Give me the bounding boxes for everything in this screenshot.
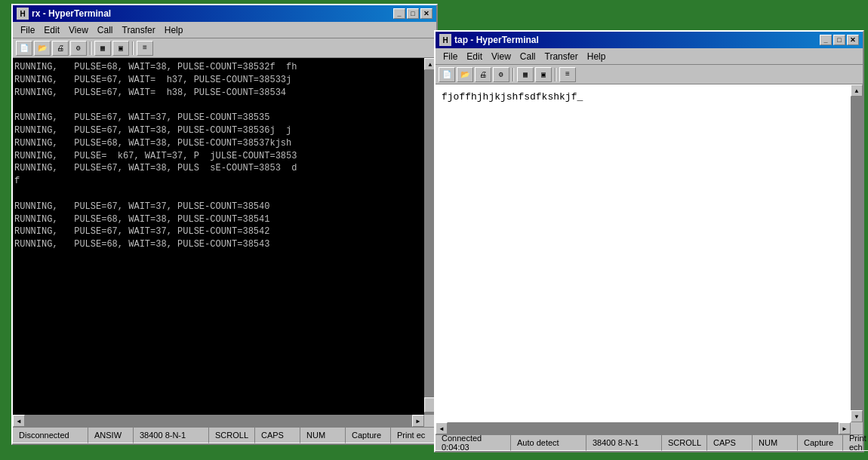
title-bar-tap: H tap - HyperTerminal _ □ ✕ bbox=[436, 32, 863, 48]
menu-file-tap[interactable]: File bbox=[439, 51, 462, 63]
scrollbar-v-tap[interactable]: ▲ ▼ bbox=[851, 84, 863, 422]
menu-view-tap[interactable]: View bbox=[487, 51, 516, 63]
app-icon-tap: H bbox=[439, 34, 451, 46]
status-capture-rx: Capture bbox=[346, 428, 391, 443]
toolbar-sep1-rx bbox=[90, 41, 91, 55]
scroll-track-h-rx bbox=[25, 415, 412, 427]
scroll-right-tap[interactable]: ▶ bbox=[839, 422, 851, 434]
status-print-rx: Print ec bbox=[391, 428, 436, 443]
status-encoding-rx: ANSIW bbox=[88, 428, 134, 443]
scroll-thumb-v-rx bbox=[424, 397, 435, 412]
term-line-14: RUNNING, PULSE=67, WAIT=37, PULSE-COUNT=… bbox=[14, 225, 423, 238]
status-connection-tap: Connected 0:04:03 bbox=[436, 435, 511, 451]
status-caps-tap: CAPS bbox=[707, 435, 753, 451]
window-tap[interactable]: H tap - HyperTerminal _ □ ✕ File Edit Vi… bbox=[434, 30, 864, 452]
term-line-9: RUNNING, PULSE=67, WAIT=38, PULS sE-COUN… bbox=[14, 162, 423, 175]
close-button-rx[interactable]: ✕ bbox=[420, 8, 432, 19]
toolbar-rx: 📄 📂 🖨 ⚙ ▦ ▣ ≡ bbox=[13, 38, 436, 58]
menu-bar-tap: File Edit View Call Transfer Help bbox=[436, 48, 863, 65]
status-bar-tap: Connected 0:04:03 Auto detect 38400 8-N-… bbox=[436, 434, 863, 451]
status-num-tap: NUM bbox=[753, 435, 798, 451]
toolbar-sep2-tap bbox=[555, 68, 556, 81]
menu-edit-tap[interactable]: Edit bbox=[462, 51, 487, 63]
term-line-12: RUNNING, PULSE=67, WAIT=37, PULSE-COUNT=… bbox=[14, 201, 423, 213]
scroll-right-rx[interactable]: ▶ bbox=[412, 415, 424, 427]
toolbar-sep1-tap bbox=[512, 68, 514, 81]
term-line-6: RUNNING, PULSE=67, WAIT=38, PULSE-COUNT=… bbox=[14, 124, 423, 137]
window-rx[interactable]: H rx - HyperTerminal _ □ ✕ File Edit Vie… bbox=[11, 4, 438, 445]
menu-call-rx[interactable]: Call bbox=[93, 24, 118, 36]
menu-edit-rx[interactable]: Edit bbox=[39, 24, 64, 36]
scrollbar-h-rx[interactable]: ◀ ▶ bbox=[13, 415, 424, 427]
scroll-down-tap[interactable]: ▼ bbox=[851, 410, 863, 422]
toolbar-open-tap[interactable]: 📂 bbox=[457, 67, 473, 82]
toolbar-print-rx[interactable]: 🖨 bbox=[52, 41, 69, 56]
terminal-content-tap[interactable]: fjoffhjhjkjshfsdfkshkjf_ bbox=[436, 84, 863, 434]
toolbar-print-tap[interactable]: 🖨 bbox=[475, 67, 491, 82]
minimize-button-rx[interactable]: _ bbox=[393, 8, 405, 19]
menu-view-rx[interactable]: View bbox=[64, 24, 93, 36]
toolbar-btn6-tap[interactable]: ▣ bbox=[535, 67, 552, 82]
status-bar-rx: Disconnected ANSIW 38400 8-N-1 SCROLL CA… bbox=[13, 427, 436, 443]
scroll-left-tap[interactable]: ◀ bbox=[436, 422, 448, 434]
toolbar-settings-tap[interactable]: ⚙ bbox=[493, 67, 509, 82]
terminal-wrapper-rx: RUNNING, PULSE=68, WAIT=38, PULSE-COUNT=… bbox=[13, 58, 436, 427]
toolbar-btn6-rx[interactable]: ▣ bbox=[112, 41, 129, 56]
app-icon-rx: H bbox=[17, 8, 29, 20]
toolbar-btn7-rx[interactable]: ≡ bbox=[137, 41, 153, 56]
window-controls-tap[interactable]: _ □ ✕ bbox=[820, 35, 859, 45]
status-encoding-tap: Auto detect bbox=[511, 435, 586, 451]
status-baud-rx: 38400 8-N-1 bbox=[134, 428, 209, 443]
term-line-15: RUNNING, PULSE=68, WAIT=38, PULSE-COUNT=… bbox=[14, 238, 423, 251]
term-line-5: RUNNING, PULSE=67, WAIT=37, PULSE-COUNT=… bbox=[14, 112, 423, 124]
toolbar-btn5-tap[interactable]: ▦ bbox=[517, 67, 534, 82]
term-line-3: RUNNING, PULSE=67, WAIT= h38, PULSE-COUN… bbox=[14, 87, 423, 100]
minimize-button-tap[interactable]: _ bbox=[820, 35, 832, 45]
status-connection-rx: Disconnected bbox=[13, 428, 88, 443]
status-caps-rx: CAPS bbox=[255, 428, 300, 443]
menu-help-rx[interactable]: Help bbox=[160, 24, 188, 36]
term-line-8: RUNNING, PULSE= k67, WAIT=37, P jULSE-CO… bbox=[14, 150, 423, 163]
term-line-11 bbox=[14, 188, 423, 201]
toolbar-new-rx[interactable]: 📄 bbox=[16, 41, 32, 56]
term-line-1: RUNNING, PULSE=68, WAIT=38, PULSE-COUNT=… bbox=[14, 61, 423, 74]
scroll-track-h-tap bbox=[448, 422, 839, 434]
toolbar-btn7-tap[interactable]: ≡ bbox=[559, 67, 576, 82]
scroll-left-rx[interactable]: ◀ bbox=[13, 415, 25, 427]
toolbar-open-rx[interactable]: 📂 bbox=[34, 41, 51, 56]
status-num-rx: NUM bbox=[300, 428, 346, 443]
menu-call-tap[interactable]: Call bbox=[516, 51, 540, 63]
term-line-10: f bbox=[14, 175, 423, 188]
toolbar-btn5-rx[interactable]: ▦ bbox=[94, 41, 111, 56]
term-line-7: RUNNING, PULSE=68, WAIT=38, PULSE-COUNT=… bbox=[14, 137, 423, 150]
toolbar-new-tap[interactable]: 📄 bbox=[439, 67, 455, 82]
menu-bar-rx: File Edit View Call Transfer Help bbox=[13, 22, 436, 38]
maximize-button-tap[interactable]: □ bbox=[833, 35, 845, 45]
title-bar-rx: H rx - HyperTerminal _ □ ✕ bbox=[13, 5, 436, 22]
status-scroll-tap: SCROLL bbox=[662, 435, 707, 451]
toolbar-sep2-rx bbox=[132, 41, 134, 55]
close-button-tap[interactable]: ✕ bbox=[847, 35, 859, 45]
status-print-tap: Print ech bbox=[843, 435, 868, 451]
term-line-13: RUNNING, PULSE=68, WAIT=38, PULSE-COUNT=… bbox=[14, 213, 423, 226]
window-controls-rx[interactable]: _ □ ✕ bbox=[393, 8, 432, 19]
menu-file-rx[interactable]: File bbox=[16, 24, 39, 36]
scrollbar-h-tap[interactable]: ◀ ▶ bbox=[436, 422, 851, 434]
menu-transfer-rx[interactable]: Transfer bbox=[118, 24, 160, 36]
scroll-up-tap[interactable]: ▲ bbox=[851, 84, 863, 97]
toolbar-tap: 📄 📂 🖨 ⚙ ▦ ▣ ≡ bbox=[436, 65, 863, 84]
menu-transfer-tap[interactable]: Transfer bbox=[540, 51, 583, 63]
scroll-track-v-tap bbox=[851, 97, 863, 410]
maximize-button-rx[interactable]: □ bbox=[407, 8, 419, 19]
scrollbar-corner-tap bbox=[851, 422, 863, 434]
window-title-rx: rx - HyperTerminal bbox=[32, 8, 393, 19]
toolbar-settings-rx[interactable]: ⚙ bbox=[70, 41, 87, 56]
menu-help-tap[interactable]: Help bbox=[583, 51, 611, 63]
term-tap-line-1: fjoffhjhjkjshfsdfkshkjf_ bbox=[442, 90, 849, 104]
terminal-content-rx[interactable]: RUNNING, PULSE=68, WAIT=38, PULSE-COUNT=… bbox=[13, 58, 436, 427]
terminal-wrapper-tap: fjoffhjhjkjshfsdfkshkjf_ ▲ ▼ ◀ ▶ bbox=[436, 84, 863, 434]
term-line-2: RUNNING, PULSE=67, WAIT= h37, PULSE-COUN… bbox=[14, 74, 423, 87]
window-title-tap: tap - HyperTerminal bbox=[454, 35, 820, 45]
status-capture-tap: Capture bbox=[798, 435, 843, 451]
status-scroll-rx: SCROLL bbox=[209, 428, 255, 443]
